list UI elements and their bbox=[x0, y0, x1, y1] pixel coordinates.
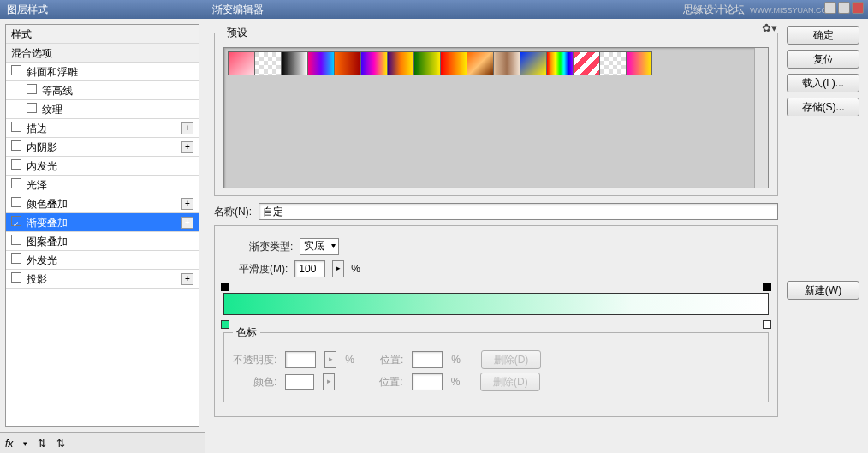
opacity-input bbox=[285, 351, 316, 368]
reset-button[interactable]: 复位 bbox=[787, 50, 859, 69]
preset-swatch-3[interactable] bbox=[307, 51, 334, 75]
color-stop-left[interactable] bbox=[221, 320, 229, 329]
footer-icon-2[interactable]: ⇅ bbox=[56, 438, 65, 450]
style-checkbox[interactable] bbox=[11, 122, 21, 132]
style-item-6[interactable]: 光泽 bbox=[6, 176, 199, 194]
style-item-4[interactable]: 内阴影+ bbox=[6, 138, 199, 157]
style-checkbox[interactable] bbox=[11, 216, 21, 226]
preset-swatch-15[interactable] bbox=[626, 51, 652, 75]
preset-legend: 预设 bbox=[223, 26, 251, 40]
style-item-label: 光泽 bbox=[27, 179, 47, 191]
style-item-10[interactable]: 外发光 bbox=[6, 251, 199, 270]
preset-swatch-11[interactable] bbox=[520, 51, 546, 75]
style-item-label: 内阴影 bbox=[27, 141, 57, 153]
gradient-bar[interactable] bbox=[223, 293, 769, 319]
smooth-spinner[interactable]: ▸ bbox=[332, 260, 344, 277]
style-item-label: 描边 bbox=[27, 122, 47, 134]
preset-swatch-9[interactable] bbox=[467, 51, 493, 75]
gear-icon[interactable]: ✿▾ bbox=[762, 21, 777, 34]
save-button[interactable]: 存储(S)... bbox=[787, 98, 859, 116]
opacity-stop-right[interactable] bbox=[763, 283, 771, 291]
style-item-label: 外发光 bbox=[27, 254, 57, 266]
style-checkbox[interactable] bbox=[11, 253, 21, 264]
style-checkbox[interactable] bbox=[11, 65, 21, 75]
ok-button[interactable]: 确定 bbox=[787, 26, 859, 45]
style-item-7[interactable]: 颜色叠加+ bbox=[6, 194, 199, 213]
style-checkbox[interactable] bbox=[11, 178, 21, 188]
opacity-stop-left[interactable] bbox=[221, 283, 229, 291]
style-item-9[interactable]: 图案叠加 bbox=[6, 232, 199, 251]
smooth-label: 平滑度(M): bbox=[239, 262, 288, 277]
delete-opacity-button: 删除(D) bbox=[481, 350, 541, 369]
opacity-position-input bbox=[412, 351, 443, 368]
name-input[interactable] bbox=[259, 203, 778, 220]
preset-swatch-6[interactable] bbox=[387, 51, 413, 75]
preset-swatch-12[interactable] bbox=[546, 51, 573, 75]
fx-icon[interactable]: fx bbox=[5, 438, 13, 450]
style-item-label: 纹理 bbox=[42, 104, 62, 116]
style-item-1[interactable]: 等高线 bbox=[6, 81, 199, 100]
add-effect-button[interactable]: + bbox=[181, 273, 193, 285]
opacity-spinner: ▸ bbox=[324, 351, 336, 368]
style-item-3[interactable]: 描边+ bbox=[6, 119, 199, 138]
style-checkbox[interactable] bbox=[27, 84, 37, 94]
color-label: 颜色: bbox=[253, 375, 276, 390]
preset-swatch-4[interactable] bbox=[334, 51, 360, 75]
style-checkbox[interactable] bbox=[11, 235, 21, 245]
style-item-11[interactable]: 投影+ bbox=[6, 270, 199, 289]
type-select[interactable]: 实底 bbox=[300, 238, 339, 255]
preset-scrollbar[interactable] bbox=[754, 48, 768, 188]
stops-legend: 色标 bbox=[233, 325, 260, 340]
percent-label: % bbox=[351, 263, 360, 275]
style-item-label: 图案叠加 bbox=[27, 235, 68, 247]
style-checkbox[interactable] bbox=[11, 140, 21, 151]
styles-header[interactable]: 样式 bbox=[6, 25, 199, 44]
style-item-8[interactable]: 渐变叠加+ bbox=[6, 213, 199, 232]
new-button[interactable]: 新建(W) bbox=[787, 281, 859, 300]
preset-swatch-13[interactable] bbox=[573, 51, 599, 75]
preset-swatch-5[interactable] bbox=[360, 51, 387, 75]
preset-swatch-10[interactable] bbox=[493, 51, 520, 75]
gradient-editor-title: 渐变编辑器 思缘设计论坛 WWW.MISSYUAN.COM bbox=[205, 0, 868, 19]
add-effect-button[interactable]: + bbox=[181, 217, 193, 229]
add-effect-button[interactable]: + bbox=[181, 141, 193, 153]
preset-swatch-7[interactable] bbox=[413, 51, 440, 75]
footer-icon-1[interactable]: ⇅ bbox=[38, 438, 46, 450]
style-item-0[interactable]: 斜面和浮雕 bbox=[6, 63, 199, 81]
color-position-input bbox=[412, 373, 443, 390]
style-item-label: 投影 bbox=[27, 273, 47, 285]
style-checkbox[interactable] bbox=[11, 197, 21, 207]
name-label: 名称(N): bbox=[214, 205, 252, 219]
preset-swatch-0[interactable] bbox=[228, 51, 254, 75]
style-item-label: 斜面和浮雕 bbox=[27, 66, 78, 78]
color-stop-right[interactable] bbox=[763, 320, 771, 329]
opacity-label: 不透明度: bbox=[233, 353, 276, 367]
preset-swatch-8[interactable] bbox=[440, 51, 467, 75]
style-item-label: 内发光 bbox=[27, 160, 57, 172]
minimize-button[interactable] bbox=[824, 2, 836, 14]
blend-options-header[interactable]: 混合选项 bbox=[6, 44, 199, 63]
add-effect-button[interactable]: + bbox=[181, 198, 193, 210]
watermark: 思缘设计论坛 WWW.MISSYUAN.COM bbox=[683, 3, 834, 17]
type-label: 渐变类型: bbox=[249, 240, 293, 254]
style-list: 样式 混合选项 斜面和浮雕等高线纹理描边+内阴影+内发光光泽颜色叠加+渐变叠加+… bbox=[5, 24, 199, 427]
style-item-label: 渐变叠加 bbox=[27, 217, 68, 229]
color-well bbox=[285, 374, 314, 390]
style-item-5[interactable]: 内发光 bbox=[6, 157, 199, 176]
smooth-input[interactable] bbox=[294, 260, 325, 277]
style-checkbox[interactable] bbox=[11, 272, 21, 283]
style-item-2[interactable]: 纹理 bbox=[6, 100, 199, 119]
close-button[interactable] bbox=[852, 2, 864, 14]
style-checkbox[interactable] bbox=[11, 159, 21, 170]
preset-swatch-1[interactable] bbox=[254, 51, 281, 75]
preset-swatch-14[interactable] bbox=[599, 51, 626, 75]
color-spinner: ▸ bbox=[323, 373, 335, 390]
position-label-2: 位置: bbox=[379, 375, 402, 390]
style-checkbox[interactable] bbox=[27, 103, 37, 113]
style-item-label: 等高线 bbox=[42, 85, 73, 97]
maximize-button[interactable] bbox=[838, 2, 850, 14]
preset-box bbox=[223, 47, 769, 188]
load-button[interactable]: 载入(L)... bbox=[787, 74, 859, 92]
preset-swatch-2[interactable] bbox=[281, 51, 307, 75]
add-effect-button[interactable]: + bbox=[181, 122, 193, 134]
